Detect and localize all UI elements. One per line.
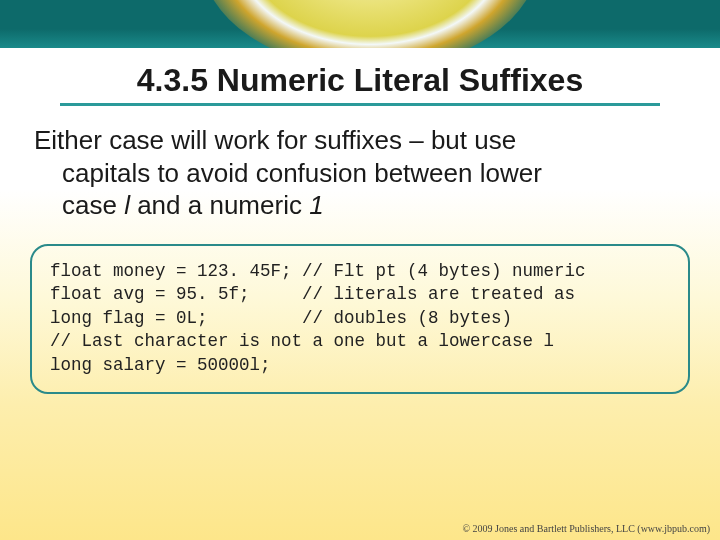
code-l4: // Last character is not a one but a low… bbox=[50, 331, 554, 351]
body-line2a: capitals to avoid confusion between lowe… bbox=[62, 158, 542, 188]
heading-container: 4.3.5 Numeric Literal Suffixes bbox=[0, 48, 720, 110]
body-line2b: case bbox=[62, 190, 124, 220]
body-mid: and a numeric bbox=[130, 190, 309, 220]
italic-1: 1 bbox=[309, 190, 323, 220]
code-l3: long flag = 0L; // doubles (8 bytes) bbox=[50, 308, 512, 328]
code-l5: long salary = 50000l; bbox=[50, 355, 271, 375]
code-block: float money = 123. 45F; // Flt pt (4 byt… bbox=[30, 244, 690, 394]
top-banner bbox=[0, 0, 720, 48]
code-l1: float money = 123. 45F; // Flt pt (4 byt… bbox=[50, 261, 586, 281]
code-l2: float avg = 95. 5f; // literals are trea… bbox=[50, 284, 575, 304]
body-line1: Either case will work for suffixes – but… bbox=[34, 125, 516, 155]
balloon-graphic bbox=[200, 0, 540, 48]
copyright-footer: © 2009 Jones and Bartlett Publishers, LL… bbox=[463, 523, 710, 534]
slide-heading: 4.3.5 Numeric Literal Suffixes bbox=[60, 62, 660, 106]
body-paragraph: Either case will work for suffixes – but… bbox=[0, 110, 720, 222]
